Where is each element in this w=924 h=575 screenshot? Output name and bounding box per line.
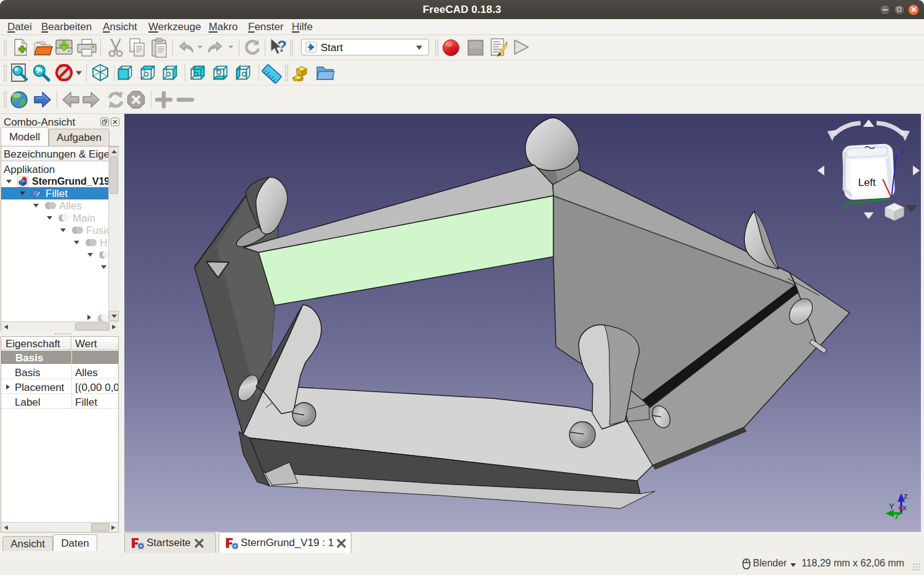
svg-text:Y: Y [889,502,894,511]
svg-text:z: z [900,146,904,155]
svg-text:z: z [904,491,908,501]
svg-text:x: x [902,503,907,512]
svg-text:Left: Left [858,177,876,188]
